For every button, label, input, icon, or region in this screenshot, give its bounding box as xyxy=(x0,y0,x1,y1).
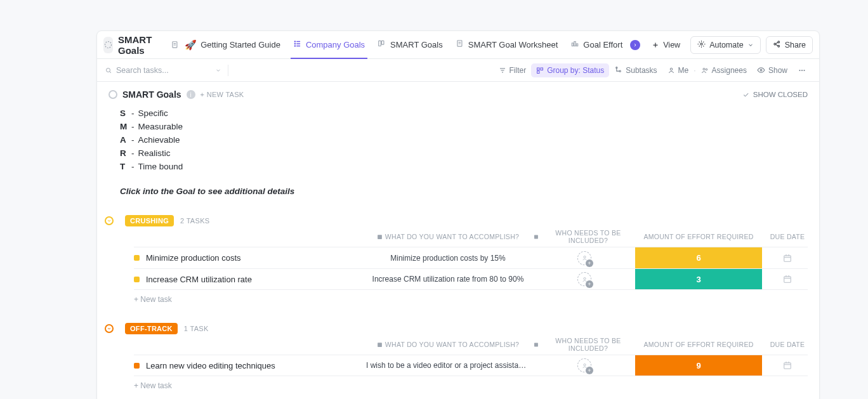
filter-label: Filter xyxy=(510,66,527,75)
effort-cell[interactable]: 3 xyxy=(635,269,762,289)
effort-cell[interactable]: 6 xyxy=(635,247,762,268)
header-title: SMART Goals xyxy=(118,34,154,56)
collapse-icon[interactable] xyxy=(105,216,114,225)
list-view-icon xyxy=(293,39,302,50)
add-task-button[interactable]: + New task xyxy=(117,290,808,304)
task-desc: Minimize production costs by 15% xyxy=(362,254,534,263)
effort-cell[interactable]: 9 xyxy=(635,355,762,376)
automate-button[interactable]: Automate xyxy=(690,36,761,54)
calendar-icon xyxy=(782,274,792,284)
svg-rect-15 xyxy=(572,43,574,46)
me-label: Me xyxy=(678,66,689,75)
svg-point-26 xyxy=(107,68,110,72)
view-tabs: 🚀 Getting Started Guide Company Goals SM… xyxy=(163,31,647,58)
tab-smart-goals[interactable]: SMART Goals xyxy=(371,31,449,58)
show-button[interactable]: Show xyxy=(752,63,792,77)
add-view-button[interactable]: View xyxy=(647,37,685,53)
scroll-tabs-icon[interactable] xyxy=(630,40,640,50)
tab-goal-effort[interactable]: Goal Effort xyxy=(564,31,647,58)
col-accomplish: WHAT DO YOU WANT TO ACCOMPLISH? xyxy=(362,341,534,348)
group-by-button[interactable]: Group by: Status xyxy=(531,63,609,77)
automate-label: Automate xyxy=(709,41,744,49)
add-task-button[interactable]: + New task xyxy=(117,376,808,390)
task-name: Minimize production costs xyxy=(146,253,241,263)
add-view-label: View xyxy=(663,41,680,49)
svg-point-8 xyxy=(294,46,295,46)
due-date-cell[interactable] xyxy=(762,253,813,263)
task-count: 1 TASK xyxy=(184,325,209,332)
due-date-cell[interactable] xyxy=(762,360,813,370)
def-letter: A xyxy=(120,135,128,145)
header: SMART Goals 🚀 Getting Started Guide Comp… xyxy=(97,31,819,59)
me-button[interactable]: Me xyxy=(662,63,694,77)
filter-button[interactable]: Filter xyxy=(494,63,532,77)
hint-text: Click into the Goal to see additional de… xyxy=(120,186,808,196)
subtask-icon xyxy=(614,66,622,74)
tab-label: SMART Goal Worksheet xyxy=(468,40,558,49)
status-square-icon xyxy=(134,363,140,369)
task-row[interactable]: Increase CRM utilization rate Increase C… xyxy=(134,268,808,290)
assignee-cell[interactable] xyxy=(534,358,635,372)
tab-worksheet[interactable]: SMART Goal Worksheet xyxy=(449,31,565,58)
list-title[interactable]: SMART Goals xyxy=(122,89,181,100)
share-button[interactable]: Share xyxy=(766,36,813,54)
status-group-crushing: CRUSHING 2 TASKS WHAT DO YOU WANT TO ACC… xyxy=(109,215,808,304)
due-date-cell[interactable] xyxy=(762,274,813,284)
col-accomplish: WHAT DO YOU WANT TO ACCOMPLISH? xyxy=(362,233,534,240)
status-label: CRUSHING xyxy=(125,215,174,226)
task-name-cell: Increase CRM utilization rate xyxy=(134,275,362,284)
def-word: Specific xyxy=(138,108,168,118)
rocket-icon: 🚀 xyxy=(185,40,197,49)
search-input[interactable] xyxy=(116,66,205,75)
list-header: SMART Goals i + NEW TASK SHOW CLOSED xyxy=(109,89,808,100)
assignee-cell[interactable] xyxy=(534,251,635,265)
svg-point-39 xyxy=(760,69,762,71)
svg-rect-31 xyxy=(537,68,540,70)
eye-icon xyxy=(757,66,765,74)
definition-row: R-Realistic xyxy=(120,148,808,158)
header-actions: View Automate Share xyxy=(647,36,813,54)
add-assignee-icon xyxy=(577,272,591,286)
column-headers: WHAT DO YOU WANT TO ACCOMPLISH? WHO NEED… xyxy=(134,229,808,244)
svg-rect-55 xyxy=(378,343,382,347)
show-closed-button[interactable]: SHOW CLOSED xyxy=(742,91,808,98)
svg-point-0 xyxy=(105,42,112,48)
board-icon xyxy=(378,39,386,50)
col-due: DUE DATE xyxy=(762,341,813,348)
status-circle-icon xyxy=(109,90,117,99)
chart-icon xyxy=(570,39,579,50)
task-name-cell: Minimize production costs xyxy=(134,253,362,263)
collapse-icon[interactable] xyxy=(105,324,114,333)
def-dash: - xyxy=(131,162,135,171)
new-task-button[interactable]: + NEW TASK xyxy=(201,91,244,98)
smart-definitions: S-Specific M-Measurable A-Achievable R-R… xyxy=(109,105,808,171)
task-row[interactable]: Learn new video editing techniques I wis… xyxy=(134,355,808,376)
add-assignee-icon xyxy=(577,358,591,372)
group-header[interactable]: OFF-TRACK 1 TASK xyxy=(117,323,808,334)
tab-company-goals[interactable]: Company Goals xyxy=(287,31,371,58)
tab-getting-started[interactable]: 🚀 Getting Started Guide xyxy=(163,31,287,58)
task-desc: Increase CRM utilization rate from 80 to… xyxy=(362,275,534,284)
assignees-button[interactable]: Assignees xyxy=(696,63,752,77)
share-icon xyxy=(773,40,781,50)
subtasks-button[interactable]: Subtasks xyxy=(609,63,662,77)
task-row[interactable]: Minimize production costs Minimize produ… xyxy=(134,247,808,268)
svg-point-50 xyxy=(583,277,585,279)
calendar-icon xyxy=(782,253,792,263)
def-word: Achievable xyxy=(138,135,180,145)
subtasks-label: Subtasks xyxy=(626,66,657,75)
assignee-cell[interactable] xyxy=(534,272,635,286)
col-due: DUE DATE xyxy=(762,233,813,240)
svg-rect-51 xyxy=(784,277,791,282)
share-label: Share xyxy=(785,41,806,49)
search-dropdown-icon[interactable] xyxy=(215,67,221,74)
svg-rect-33 xyxy=(537,71,540,74)
col-effort: AMOUNT OF EFFORT REQUIRED xyxy=(635,233,762,240)
group-header[interactable]: CRUSHING 2 TASKS xyxy=(117,215,808,226)
info-icon[interactable]: i xyxy=(187,90,195,99)
svg-point-38 xyxy=(706,69,707,70)
def-letter: S xyxy=(120,108,128,118)
more-button[interactable] xyxy=(792,63,812,77)
people-icon xyxy=(701,67,709,74)
svg-point-41 xyxy=(801,69,803,70)
